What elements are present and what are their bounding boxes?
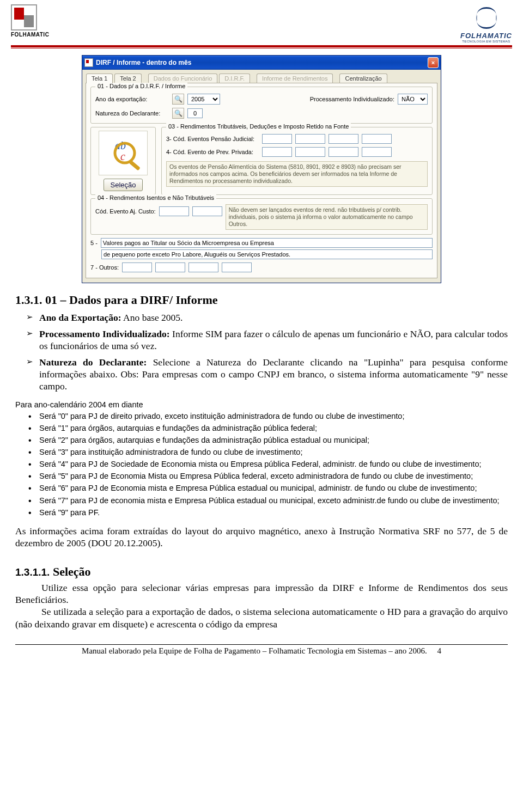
section-5-label: 5 -: [90, 240, 98, 246]
page-footer: Manual elaborado pela Equipe de Folha de…: [0, 646, 523, 661]
logo-right-sublabel: TECNOLOGIA EM SISTEMAS: [460, 40, 512, 43]
prev-input-4[interactable]: [362, 147, 392, 157]
ajcusto-label: Cód. Evento Aj. Custo:: [95, 208, 156, 215]
outros-input-4[interactable]: [222, 262, 252, 272]
heading-131: 1.3.1. 01 – Dados para a DIRF/ Informe: [15, 293, 508, 307]
svg-rect-3: [129, 160, 141, 171]
tab-dirf[interactable]: D.I.R.F.: [219, 74, 250, 83]
section-01-title: 01 - Dados p/ a D.I.R.F. / Informe: [95, 83, 187, 89]
sub-item: Será "4" para PJ de Sociedade de Economi…: [39, 459, 508, 469]
natureza-label: Natureza do Declarante:: [95, 110, 169, 117]
bullet-item: Processamento Individualizado: Informe S…: [39, 328, 508, 352]
paragraph-source: As informações acima foram extraídas do …: [15, 525, 508, 550]
selecao-button[interactable]: Seleção: [104, 179, 143, 191]
close-icon[interactable]: ×: [428, 57, 439, 68]
proc-select[interactable]: NÃO: [398, 94, 428, 105]
prev-input-2[interactable]: [295, 147, 325, 157]
section-03-note: Os eventos de Pensão Alimentícia do Sist…: [166, 161, 428, 187]
logo-right: FOLHAMATIC TECNOLOGIA EM SISTEMAS: [460, 4, 512, 43]
heading-1311: 1.3.1.1. Seleção: [15, 565, 508, 579]
natureza-input[interactable]: [187, 108, 203, 118]
paragraph-selecao-2: Se utilizada a seleção para a exportação…: [15, 606, 508, 630]
footer-text: Manual elaborado pela Equipe de Folha de…: [82, 646, 427, 655]
section-5-input-1[interactable]: [101, 238, 433, 248]
tab-centralizacao[interactable]: Centralização: [339, 74, 387, 83]
tab-tela1[interactable]: Tela 1: [86, 74, 113, 83]
ajcusto-input-2[interactable]: [192, 206, 222, 216]
tab-informe-rend[interactable]: Informe de Rendimentos: [257, 74, 333, 83]
outros-input-1[interactable]: [122, 262, 152, 272]
window-titlebar: DIRF / Informe - dentro do mês ×: [82, 56, 441, 70]
tab-panel: 01 - Dados p/ a D.I.R.F. / Informe Ano d…: [86, 83, 437, 278]
section-04-title: 04 - Rendimentos Isentos e Não Tributáve…: [95, 194, 216, 201]
ajcusto-input-1[interactable]: [159, 206, 189, 216]
outros-input-3[interactable]: [188, 262, 218, 272]
footer-divider: [15, 644, 508, 645]
svg-text:c: c: [120, 150, 125, 162]
bullet-item: Natureza do Declarante: Selecione a Natu…: [39, 356, 508, 393]
sub-item: Será "0" para PJ de direito privado, exc…: [39, 411, 508, 421]
sub-item: Será "5" para PJ de Economia Mista ou Em…: [39, 471, 508, 481]
prev-input-3[interactable]: [329, 147, 358, 157]
sub-item: Será "2" para órgãos, autarquias e funda…: [39, 435, 508, 445]
logo-right-label: FOLHAMATIC: [460, 32, 512, 40]
tab-tela2[interactable]: Tela 2: [114, 74, 141, 83]
logo-left: FOLHAMATIC: [11, 4, 63, 38]
section-04-note: Não devem ser lançados eventos de rend. …: [226, 204, 428, 230]
dirf-window: DIRF / Informe - dentro do mês × Tela 1 …: [82, 55, 441, 283]
sub-item: Será "6" para PJ de Economia mista e Emp…: [39, 483, 508, 493]
section-03-title: 03 - Rendimentos Tributáveis, Deduções e…: [166, 123, 351, 130]
header-divider: [11, 45, 512, 48]
pensao-input-2[interactable]: [295, 134, 325, 144]
logo-right-icon: [470, 4, 503, 32]
pensao-label: 3- Cód. Eventos Pensão Judicial:: [166, 136, 259, 142]
window-app-icon: [84, 58, 93, 67]
section-03: 03 - Rendimentos Tributáveis, Deduções e…: [161, 127, 433, 195]
sub-item: Será "7" para PJ de economia mista e Emp…: [39, 496, 508, 505]
section-7-label: 7 - Outros:: [90, 264, 119, 271]
bullet-item: Ano da Exportação: Ano base 2005.: [39, 312, 508, 323]
sub-item: Será "9" para PF.: [39, 508, 508, 517]
ano-label: Ano da exportação:: [95, 96, 169, 102]
document-body: 1.3.1. 01 – Dados para a DIRF/ Informe A…: [0, 283, 523, 630]
page-number: 4: [437, 646, 441, 655]
lookup-icon[interactable]: 🔍: [172, 94, 184, 105]
outros-input-2[interactable]: [155, 262, 185, 272]
logo-left-icon: [11, 4, 37, 30]
sub-item: Será "1" para órgãos, autarquias e funda…: [39, 423, 508, 433]
prev-input-1[interactable]: [262, 147, 292, 157]
main-bullets: Ano da Exportação: Ano base 2005. Proces…: [15, 312, 508, 392]
section-01: 01 - Dados p/ a D.I.R.F. / Informe Ano d…: [90, 87, 433, 124]
selecao-image: ab c: [99, 131, 148, 175]
selecao-panel: ab c Seleção: [90, 127, 156, 195]
sub-bullets: Será "0" para PJ de direito privado, exc…: [15, 411, 508, 517]
tabs-row: Tela 1 Tela 2 Dados do Funcionário D.I.R…: [86, 72, 437, 83]
pensao-input-1[interactable]: [262, 134, 292, 144]
prev-label: 4- Cód. Evento de Prev. Privada:: [166, 149, 259, 155]
proc-label: Processamento Individualizado:: [310, 96, 394, 102]
window-body: Tela 1 Tela 2 Dados do Funcionário D.I.R…: [82, 70, 441, 283]
pensao-input-3[interactable]: [329, 134, 358, 144]
page-header: FOLHAMATIC FOLHAMATIC TECNOLOGIA EM SIST…: [0, 0, 523, 43]
window-title: DIRF / Informe - dentro do mês: [96, 59, 428, 66]
section-04: 04 - Rendimentos Isentos e Não Tributáve…: [90, 198, 433, 235]
paragraph-selecao-1: Utilize essa opção para selecionar vária…: [15, 582, 508, 606]
ano-select[interactable]: 2005: [187, 94, 220, 105]
section-5-input-2[interactable]: [101, 249, 433, 259]
lookup-icon[interactable]: 🔍: [172, 108, 184, 119]
sub-intro: Para ano-calendário 2004 em diante: [15, 400, 508, 409]
sub-item: Será "3" para instituição administradora…: [39, 447, 508, 457]
pensao-input-4[interactable]: [362, 134, 392, 144]
tab-dados-func[interactable]: Dados do Funcionário: [148, 74, 218, 83]
logo-left-label: FOLHAMATIC: [11, 32, 63, 38]
